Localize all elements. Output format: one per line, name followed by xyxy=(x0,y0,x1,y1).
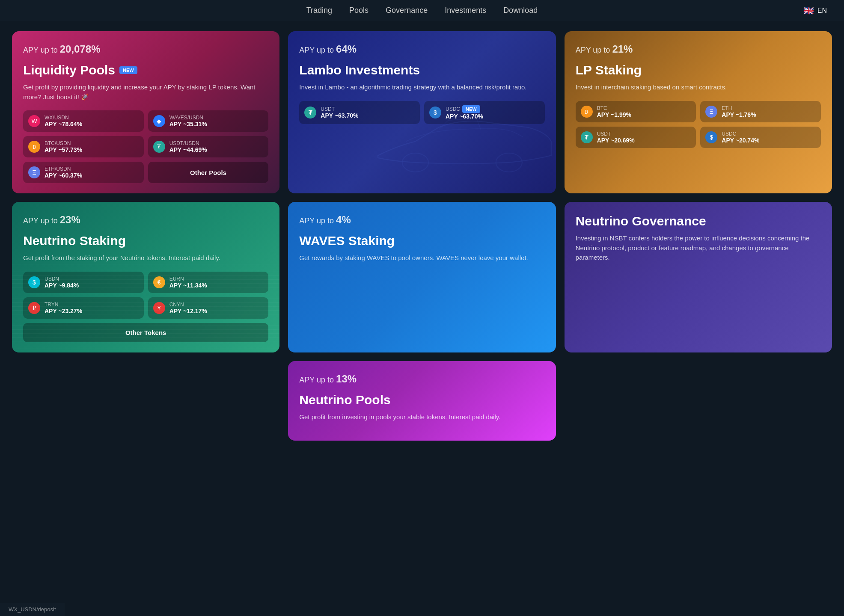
eth-lp-icon: Ξ xyxy=(705,106,717,118)
lambo-apy-label: APY up to 64% xyxy=(299,43,544,55)
lp-staking-apy-label: APY up to 21% xyxy=(576,43,821,55)
pool-usdt-usdn[interactable]: ₮ USDT/USDN APY ~44.69% xyxy=(148,136,269,157)
governance-title: Neutrino Governance xyxy=(576,214,821,228)
lang-label[interactable]: EN xyxy=(817,7,827,15)
bottom-bar: WX_USDN/deposit xyxy=(0,603,65,616)
neutrino-staking-apy-label: APY up to 23% xyxy=(23,214,268,226)
usdt-lambo-icon: ₮ xyxy=(304,107,316,118)
card-lp-staking[interactable]: APY up to 21% LP Staking Invest in inter… xyxy=(565,31,832,193)
usdc-lp-icon: $ xyxy=(705,131,717,143)
pool-usdc-lp[interactable]: $ USDC APY ~20.74% xyxy=(700,127,821,148)
pool-btc-lp[interactable]: ₿ BTC APY ~1.99% xyxy=(576,101,696,122)
liquidity-apy-label: APY up to 20,078% xyxy=(23,43,268,55)
card-neutrino-pools[interactable]: APY up to 13% Neutrino Pools Get profit … xyxy=(288,361,556,441)
nav-download[interactable]: Download xyxy=(503,6,538,15)
lp-staking-pool-grid: ₿ BTC APY ~1.99% Ξ ETH APY ~1.76% ₮ USDT… xyxy=(576,101,821,148)
pool-eth-usdn[interactable]: Ξ ETH/USDN APY ~60.37% xyxy=(23,162,144,183)
neutrino-pools-desc: Get profit from investing in pools your … xyxy=(299,412,544,422)
card-waves-staking[interactable]: APY up to 4% WAVES Staking Get rewards b… xyxy=(288,202,556,352)
usdt-icon: ₮ xyxy=(153,141,165,153)
main-grid: APY up to 20,078% Liquidity Pools NEW Ge… xyxy=(0,21,844,451)
navbar: Trading Pools Governance Investments Dow… xyxy=(0,0,844,21)
waves-staking-apy-label: APY up to 4% xyxy=(299,214,544,226)
liquidity-title: Liquidity Pools NEW xyxy=(23,63,268,77)
pool-usdt-lp[interactable]: ₮ USDT APY ~20.69% xyxy=(576,127,696,148)
lp-staking-desc: Invest in interchain staking based on sm… xyxy=(576,83,821,92)
usdt-lp-icon: ₮ xyxy=(581,131,593,143)
nav-links: Trading Pools Governance Investments Dow… xyxy=(306,6,538,15)
flag-icon: 🇬🇧 xyxy=(803,6,814,16)
neutrino-pools-apy-label: APY up to 13% xyxy=(299,373,544,385)
neutrino-staking-desc: Get profit from the staking of your Neut… xyxy=(23,253,268,263)
card-neutrino-governance[interactable]: Neutrino Governance Investing in NSBT co… xyxy=(565,202,832,352)
lambo-title: Lambo Investments xyxy=(299,63,544,77)
neutrino-staking-title: Neutrino Staking xyxy=(23,234,268,248)
pool-eth-lp[interactable]: Ξ ETH APY ~1.76% xyxy=(700,101,821,122)
liquidity-desc: Get profit by providing liquidity and in… xyxy=(23,83,268,102)
wx-icon: W xyxy=(28,115,40,127)
pool-waves-usdn[interactable]: ◆ WAVES/USDN APY ~35.31% xyxy=(148,110,269,132)
governance-desc: Investing in NSBT confers holders the po… xyxy=(576,234,821,263)
neutrino-pools-title: Neutrino Pools xyxy=(299,393,544,407)
nav-trading[interactable]: Trading xyxy=(306,6,332,15)
nav-right: 🇬🇧 EN xyxy=(803,6,827,16)
waves-staking-title: WAVES Staking xyxy=(299,234,544,248)
lp-staking-title: LP Staking xyxy=(576,63,821,77)
card-liquidity-pools[interactable]: APY up to 20,078% Liquidity Pools NEW Ge… xyxy=(12,31,279,193)
card-neutrino-staking[interactable]: APY up to 23% Neutrino Staking Get profi… xyxy=(12,202,279,352)
pool-wx-usdn[interactable]: W WX/USDN APY ~78.64% xyxy=(23,110,144,132)
lambo-car-decoration xyxy=(369,80,556,193)
wave-decoration xyxy=(12,262,279,352)
card-lambo-investments[interactable]: APY up to 64% Lambo Investments Invest i… xyxy=(288,31,556,193)
waves-icon: ◆ xyxy=(153,115,165,127)
new-badge: NEW xyxy=(119,66,137,74)
other-pools-button[interactable]: Other Pools xyxy=(148,162,269,183)
nav-investments[interactable]: Investments xyxy=(445,6,486,15)
waves-staking-desc: Get rewards by staking WAVES to pool own… xyxy=(299,253,544,263)
eth-icon: Ξ xyxy=(28,166,40,178)
liquidity-pool-grid: W WX/USDN APY ~78.64% ◆ WAVES/USDN APY ~… xyxy=(23,110,268,183)
btc-icon: ₿ xyxy=(28,141,40,153)
nav-pools[interactable]: Pools xyxy=(349,6,369,15)
pool-btc-usdn[interactable]: ₿ BTC/USDN APY ~57.73% xyxy=(23,136,144,157)
nav-governance[interactable]: Governance xyxy=(386,6,428,15)
btc-lp-icon: ₿ xyxy=(581,106,593,118)
